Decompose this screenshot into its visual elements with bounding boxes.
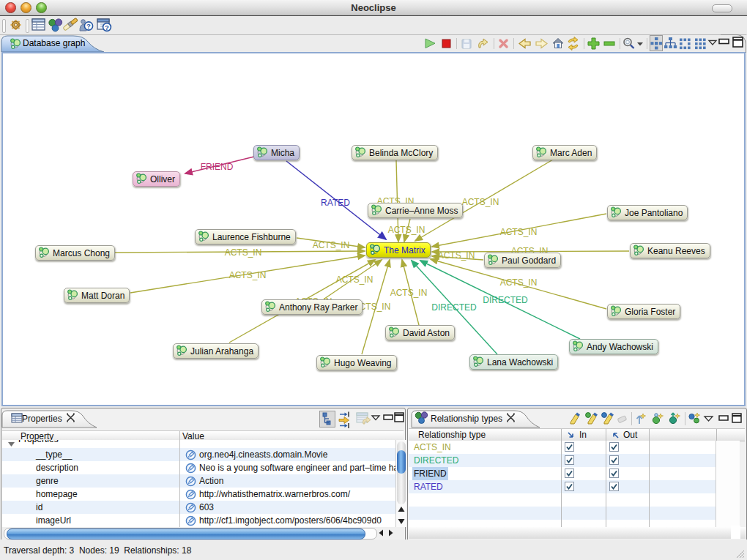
svg-text:DIRECTED: DIRECTED [483, 295, 528, 305]
svg-text:ACTS_IN: ACTS_IN [500, 227, 538, 237]
svg-text:ACTS_IN: ACTS_IN [438, 250, 475, 261]
svg-text:FRIEND: FRIEND [201, 162, 234, 172]
svg-text:?: ? [105, 23, 109, 31]
svg-text:?: ? [86, 22, 91, 30]
svg-text:DIRECTED: DIRECTED [431, 302, 477, 313]
svg-text:ACTS_IN: ACTS_IN [388, 225, 425, 235]
svg-text:ACTS_IN: ACTS_IN [390, 288, 428, 298]
svg-text:ACTS_IN: ACTS_IN [336, 275, 374, 285]
svg-text:RATED: RATED [321, 198, 350, 208]
svg-text:ACTS_IN: ACTS_IN [225, 247, 262, 258]
svg-text:ACTS_IN: ACTS_IN [500, 277, 538, 288]
svg-text:ACTS_IN: ACTS_IN [313, 240, 350, 250]
svg-text:ACTS_IN: ACTS_IN [462, 197, 499, 207]
svg-text:ACTS_IN: ACTS_IN [229, 270, 267, 280]
